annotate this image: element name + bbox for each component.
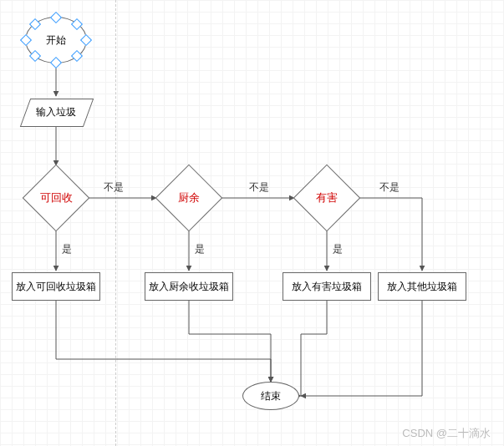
input-label: 输入垃圾 — [36, 105, 76, 119]
canvas-divider — [115, 0, 116, 446]
box-recyclable-label: 放入可回收垃圾箱 — [16, 280, 96, 294]
edge-no-2: 不是 — [249, 180, 269, 195]
edge-yes-2: 是 — [195, 242, 205, 256]
box-hazardous-bin[interactable]: 放入有害垃圾箱 — [283, 272, 371, 301]
box-recyclable-bin[interactable]: 放入可回收垃圾箱 — [12, 272, 100, 301]
box-kitchen-bin[interactable]: 放入厨余收垃圾箱 — [145, 272, 233, 301]
input-node[interactable]: 输入垃圾 — [22, 99, 90, 125]
start-node[interactable]: 开始 — [25, 17, 87, 63]
start-label: 开始 — [46, 33, 66, 48]
box-other-label: 放入其他垃圾箱 — [387, 280, 457, 294]
end-label: 结束 — [261, 389, 281, 403]
edge-yes-1: 是 — [62, 242, 72, 256]
box-other-bin[interactable]: 放入其他垃圾箱 — [378, 272, 466, 301]
box-kitchen-label: 放入厨余收垃圾箱 — [149, 280, 229, 294]
decision-kitchen[interactable]: 厨余 — [156, 165, 221, 231]
edge-no-3: 不是 — [379, 180, 400, 195]
edge-no-1: 不是 — [104, 180, 124, 195]
decision-hazardous[interactable]: 有害 — [294, 165, 359, 231]
decision-recyclable[interactable]: 可回收 — [23, 165, 89, 231]
watermark: CSDN @二十滴水 — [402, 426, 491, 441]
decision-recyclable-label: 可回收 — [40, 190, 73, 205]
end-node[interactable]: 结束 — [242, 382, 299, 410]
box-hazardous-label: 放入有害垃圾箱 — [292, 280, 362, 294]
decision-kitchen-label: 厨余 — [178, 190, 200, 205]
decision-hazardous-label: 有害 — [316, 190, 338, 205]
edge-yes-3: 是 — [333, 242, 343, 256]
